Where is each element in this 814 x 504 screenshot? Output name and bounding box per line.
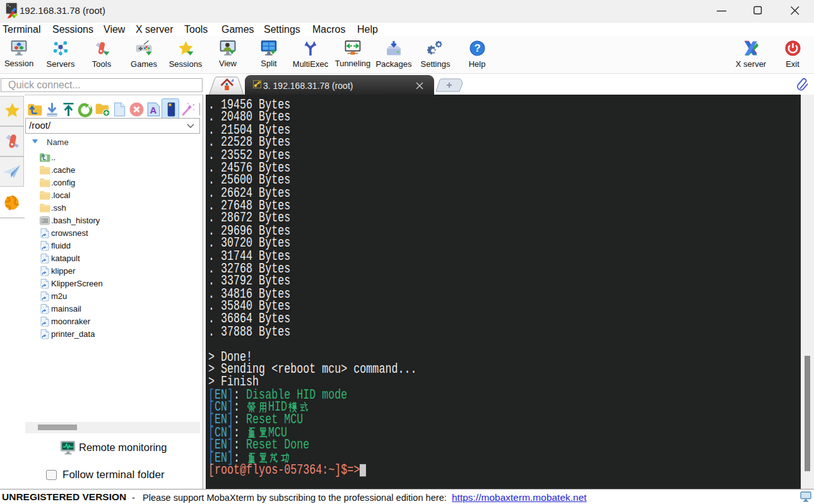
svg-text:A: A bbox=[150, 105, 156, 115]
svg-text:?: ? bbox=[474, 42, 480, 54]
